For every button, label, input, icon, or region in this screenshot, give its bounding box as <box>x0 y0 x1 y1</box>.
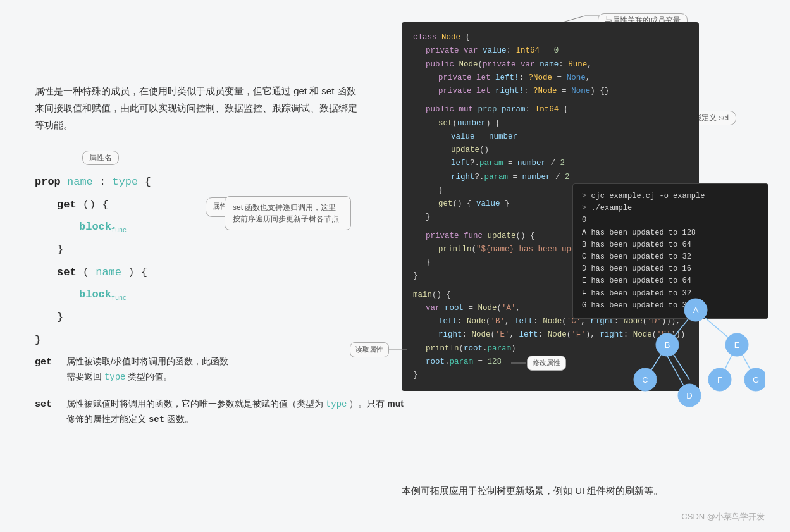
syntax-line4: } <box>35 238 376 261</box>
modify-prop-annotation: 修改属性 <box>511 356 566 371</box>
code-line-5: private let right!: ?Node = None) {} <box>413 85 688 98</box>
terminal-line-1: > cjc example.cj -o example <box>582 190 759 202</box>
code-line-4: private let left!: ?Node = None, <box>413 71 688 85</box>
syntax-line6: blockfunc <box>35 283 376 306</box>
modify-prop-bubble: 修改属性 <box>527 356 566 371</box>
terminal-line-2: > ./example <box>582 202 759 214</box>
svg-text:E: E <box>734 340 740 350</box>
code-line-11: left?.param = number / 2 <box>413 157 688 170</box>
read-prop-bubble: 读取属性 <box>350 342 389 358</box>
set-description: set 属性被赋值时将调用的函数，它的唯一参数就是被赋的值（类型为 type ）… <box>35 397 404 428</box>
kw-set: set <box>57 266 77 278</box>
page: 属性是一种特殊的成员，在使用时类似于成员变量，但它通过 get 和 set 函数… <box>0 0 790 532</box>
svg-line-26 <box>667 356 683 385</box>
syntax-line5: set ( name ) { <box>35 261 376 284</box>
svg-text:G: G <box>753 375 759 385</box>
syntax-diagram: 与属性关联的成员变量 属性名 prop name : type { get ()… <box>35 171 376 352</box>
svg-text:D: D <box>686 391 692 400</box>
terminal-line-5: B has been updated to 64 <box>582 239 759 251</box>
get-text: 属性被读取/求值时将调用的函数，此函数需要返回 type 类型的值。 <box>66 354 228 385</box>
right-panel: 与属性关联的成员变量 mut 属性中才能定义 set class Node { … <box>402 22 768 391</box>
kw-prop: prop <box>35 176 61 188</box>
descriptions: get 属性被读取/求值时将调用的函数，此函数需要返回 type 类型的值。 s… <box>35 354 404 428</box>
syntax-line7: } <box>35 306 376 329</box>
terminal-line-4: A has been updated to 128 <box>582 227 759 239</box>
code-line-1: class Node { <box>413 31 688 44</box>
bottom-note: 本例可拓展应用于控制树更新场景，例如 UI 组件树的刷新等。 <box>402 485 663 497</box>
code-line-3: public Node(private var name: Rune, <box>413 58 688 71</box>
watermark: CSDN @小菜鸟学开发 <box>681 511 765 523</box>
svg-text:B: B <box>665 340 670 350</box>
code-line-7: public mut prop param: Int64 { <box>413 103 688 116</box>
tree-diagram: A B E C D F G <box>626 294 765 421</box>
syntax-line8: } <box>35 329 376 352</box>
terminal-line-7: D has been updated to 16 <box>582 263 759 275</box>
type-token: type <box>112 176 138 188</box>
svg-text:F: F <box>717 375 722 385</box>
get-key: get <box>35 354 61 371</box>
kw-get: get <box>57 199 77 211</box>
terminal-line-8: E has been updated to 64 <box>582 275 759 287</box>
code-line-9: value = number <box>413 130 688 144</box>
terminal-line-6: C has been updated to 32 <box>582 251 759 263</box>
block2: block <box>79 288 111 300</box>
terminal-line-3: 0 <box>582 214 759 226</box>
set-recursive-annotation: set 函数也支持递归调用，这里按前序遍历同步更新子树各节点 <box>225 196 351 230</box>
read-prop-annotation: 读取属性 <box>350 342 408 358</box>
svg-text:A: A <box>693 306 699 315</box>
prop-name-bubble: 属性名 <box>82 151 119 165</box>
code-line-8: set(number) { <box>413 117 688 130</box>
set-text: 属性被赋值时将调用的函数，它的唯一参数就是被赋的值（类型为 type ）。只有 … <box>66 397 404 428</box>
intro-text: 属性是一种特殊的成员，在使用时类似于成员变量，但它通过 get 和 set 函数… <box>35 82 357 133</box>
block1: block <box>79 221 111 233</box>
get-description: get 属性被读取/求值时将调用的函数，此函数需要返回 type 类型的值。 <box>35 354 404 385</box>
code-line-10: update() <box>413 144 688 157</box>
code-line-12: right?.param = number / 2 <box>413 171 688 184</box>
code-line-2: private var value: Int64 = 0 <box>413 44 688 58</box>
set-key: set <box>35 397 61 413</box>
name-token: name <box>67 176 93 188</box>
svg-text:C: C <box>642 375 648 385</box>
